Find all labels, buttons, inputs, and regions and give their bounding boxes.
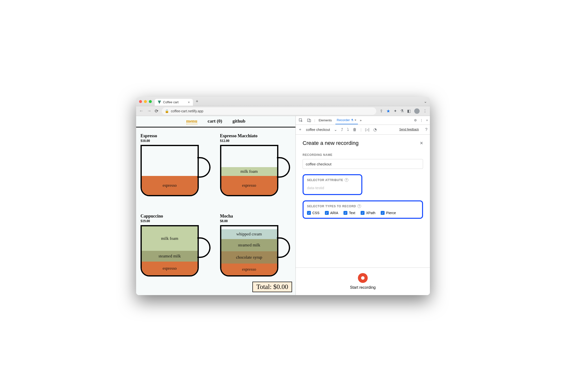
new-recording-icon[interactable]: ＋ bbox=[298, 127, 302, 132]
close-window-button[interactable] bbox=[139, 100, 142, 103]
recorder-create-panel: Create a new recording × RECORDING NAME … bbox=[296, 135, 430, 267]
performance-icon[interactable]: ◔ bbox=[373, 127, 377, 132]
more-tabs-button[interactable]: » bbox=[360, 118, 362, 122]
layer-espresso: espresso bbox=[142, 262, 198, 275]
recording-name-field: RECORDING NAME bbox=[303, 153, 423, 169]
tabs-menu-button[interactable]: ⌄ bbox=[424, 99, 427, 104]
product-name: Espresso bbox=[141, 133, 212, 139]
start-recording-button[interactable] bbox=[358, 273, 368, 283]
product-espresso[interactable]: Espresso $10.00 espresso bbox=[141, 133, 212, 209]
layer-espresso: espresso bbox=[221, 176, 277, 195]
start-recording-label: Start recording bbox=[350, 285, 376, 290]
checkbox-aria[interactable]: ✓ARIA bbox=[325, 211, 338, 215]
send-feedback-link[interactable]: Send feedback bbox=[399, 128, 419, 131]
browser-tab[interactable]: Coffee cart × bbox=[155, 99, 193, 106]
maximize-window-button[interactable] bbox=[149, 100, 152, 103]
selector-types-field: SELECTOR TYPES TO RECORD? ✓CSS ✓ARIA ✓Te… bbox=[303, 200, 423, 219]
checkbox-text[interactable]: ✓Text bbox=[343, 211, 355, 215]
page-content: menu cart (0) github Espresso $10.00 esp… bbox=[136, 116, 296, 295]
layer-chocolate-syrup: chocolate syrup bbox=[221, 251, 277, 264]
recording-name-input[interactable] bbox=[303, 159, 423, 169]
close-tab-icon[interactable]: × bbox=[354, 118, 356, 122]
new-tab-button[interactable]: + bbox=[196, 99, 198, 104]
delete-icon[interactable]: 🗑 bbox=[353, 127, 357, 132]
layer-steamed-milk: steamed milk bbox=[142, 251, 198, 262]
nav-github[interactable]: github bbox=[233, 118, 246, 124]
nav-cart[interactable]: cart (0) bbox=[208, 118, 222, 124]
devtools-menu-icon[interactable]: ⋮ bbox=[420, 118, 423, 122]
forward-button[interactable]: → bbox=[147, 108, 151, 113]
close-devtools-icon[interactable]: × bbox=[426, 118, 428, 122]
flow-name[interactable]: coffee checkout bbox=[306, 128, 330, 132]
layer-whipped-cream: whipped cream bbox=[221, 229, 277, 239]
vue-icon bbox=[158, 100, 161, 104]
flask-icon: ⚗ bbox=[351, 118, 354, 122]
bookmark-icon[interactable]: ★ bbox=[386, 108, 390, 114]
nav-menu[interactable]: menu bbox=[186, 118, 197, 124]
replay-icon[interactable]: ▷| bbox=[365, 127, 369, 132]
layer-milk-foam: milk foam bbox=[221, 167, 277, 176]
product-price: $10.00 bbox=[141, 139, 212, 143]
product-price: $8.00 bbox=[220, 219, 291, 223]
close-panel-button[interactable]: × bbox=[420, 140, 423, 146]
layer-steamed-milk: steamed milk bbox=[221, 239, 277, 251]
product-name: Cappuccino bbox=[141, 214, 212, 219]
svg-rect-2 bbox=[309, 120, 311, 122]
inspect-icon[interactable] bbox=[298, 118, 304, 122]
layer-milk-foam: milk foam bbox=[142, 226, 198, 251]
omnibox[interactable]: 🔒 coffee-cart.netlify.app bbox=[162, 107, 376, 115]
settings-icon[interactable]: ⚙ bbox=[414, 118, 417, 122]
tab-elements[interactable]: Elements bbox=[317, 116, 333, 124]
help-icon[interactable]: ? bbox=[357, 204, 361, 208]
import-icon[interactable]: ⤵ bbox=[347, 127, 349, 132]
address-bar: ← → ⟳ 🔒 coffee-cart.netlify.app ⇪ ★ ✦ ⚗ … bbox=[136, 106, 430, 116]
product-cappuccino[interactable]: Cappuccino $19.00 milk foam steamed milk… bbox=[141, 214, 212, 290]
product-name: Mocha bbox=[220, 214, 291, 219]
recorder-footer: Start recording bbox=[296, 267, 430, 295]
back-button[interactable]: ← bbox=[139, 108, 143, 113]
reload-button[interactable]: ⟳ bbox=[155, 108, 158, 114]
selector-attribute-field: SELECTOR ATTRIBUTE? bbox=[303, 174, 423, 195]
tab-title: Coffee cart bbox=[163, 100, 178, 104]
layer-espresso: espresso bbox=[142, 176, 198, 195]
help-icon[interactable]: ? bbox=[345, 178, 348, 182]
extensions-icon[interactable]: ✦ bbox=[394, 109, 397, 113]
product-name: Espresso Macchiato bbox=[220, 133, 291, 139]
selector-attr-input[interactable] bbox=[307, 184, 358, 191]
product-price: $19.00 bbox=[141, 219, 212, 223]
profile-avatar[interactable] bbox=[414, 108, 420, 114]
flow-dropdown-icon[interactable]: ⌄ bbox=[334, 127, 337, 132]
lock-icon: 🔒 bbox=[165, 109, 169, 113]
window-controls bbox=[139, 100, 152, 103]
labs-icon[interactable]: ⚗ bbox=[400, 109, 404, 113]
devtools-tabstrip: | Elements Recorder ⚗ × » ⚙ ⋮ × bbox=[296, 116, 430, 125]
layer-espresso: espresso bbox=[221, 264, 277, 275]
help-icon[interactable]: ? bbox=[425, 127, 427, 132]
product-price: $12.00 bbox=[220, 139, 291, 143]
titlebar: Coffee cart × + ⌄ bbox=[136, 97, 430, 106]
product-macchiato[interactable]: Espresso Macchiato $12.00 milk foam espr… bbox=[220, 133, 291, 209]
url-text: coffee-cart.netlify.app bbox=[171, 109, 203, 113]
device-toggle-icon[interactable] bbox=[306, 118, 312, 122]
close-tab-button[interactable]: × bbox=[188, 100, 190, 104]
devtools-panel: | Elements Recorder ⚗ × » ⚙ ⋮ × ＋ coffee… bbox=[296, 116, 430, 295]
checkbox-css[interactable]: ✓CSS bbox=[307, 211, 319, 215]
selector-types-label: SELECTOR TYPES TO RECORD bbox=[307, 205, 356, 208]
checkbox-xpath[interactable]: ✓XPath bbox=[361, 211, 375, 215]
recording-name-label: RECORDING NAME bbox=[303, 153, 423, 157]
site-nav: menu cart (0) github bbox=[136, 116, 296, 127]
selector-attr-label: SELECTOR ATTRIBUTE bbox=[307, 178, 343, 182]
sidepanel-icon[interactable]: ◧ bbox=[407, 109, 411, 113]
product-mocha[interactable]: Mocha $8.00 whipped cream steamed milk c… bbox=[220, 214, 291, 290]
minimize-window-button[interactable] bbox=[144, 100, 147, 103]
browser-menu-icon[interactable]: ⋮ bbox=[423, 109, 427, 113]
recorder-toolbar: ＋ coffee checkout ⌄ ⤴ ⤵ 🗑 | ▷| ◔ Send fe… bbox=[296, 125, 430, 135]
export-icon[interactable]: ⤴ bbox=[341, 127, 343, 132]
tab-recorder[interactable]: Recorder ⚗ × bbox=[335, 116, 358, 124]
browser-window: Coffee cart × + ⌄ ← → ⟳ 🔒 coffee-cart.ne… bbox=[136, 97, 430, 295]
checkbox-pierce[interactable]: ✓Pierce bbox=[381, 211, 396, 215]
cart-total[interactable]: Total: $0.00 bbox=[252, 282, 292, 292]
panel-title: Create a new recording bbox=[303, 140, 359, 146]
share-icon[interactable]: ⇪ bbox=[380, 109, 383, 113]
